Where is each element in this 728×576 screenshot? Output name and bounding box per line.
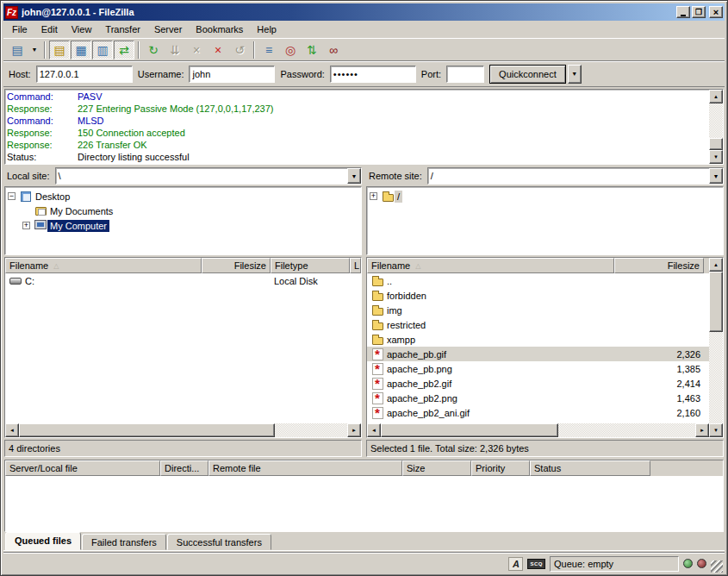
file-row[interactable]: ..: [367, 273, 709, 288]
file-row[interactable]: xampp: [367, 332, 709, 347]
column-header-filename[interactable]: Filename△: [5, 258, 202, 273]
menu-transfer[interactable]: Transfer: [98, 22, 147, 36]
scroll-up-button[interactable]: ▲: [709, 258, 723, 272]
local-hscrollbar[interactable]: ◄ ►: [5, 423, 361, 437]
file-row[interactable]: *apache_pb.png1,385: [367, 361, 709, 376]
speed-limits-icon[interactable]: SCQ: [527, 559, 545, 569]
password-input[interactable]: [330, 66, 416, 83]
host-input[interactable]: [36, 66, 133, 83]
scroll-down-button[interactable]: ▼: [709, 423, 723, 437]
scroll-track[interactable]: [275, 423, 347, 437]
file-row[interactable]: restricted: [367, 317, 709, 332]
column-header-serverlocalfile[interactable]: Server/Local file: [5, 460, 160, 476]
log-scrollbar[interactable]: ▲ ▼: [709, 90, 723, 164]
column-header-filetype[interactable]: Filetype: [271, 258, 350, 273]
disconnect-icon: ×: [215, 44, 221, 56]
menubar: FileEditViewTransferServerBookmarksHelp: [3, 21, 725, 38]
toggle-message-log-button[interactable]: ▤: [49, 41, 70, 59]
local-site-dropdown-button[interactable]: ▼: [347, 168, 361, 184]
scroll-down-button[interactable]: ▼: [709, 150, 723, 164]
column-header-remotefile[interactable]: Remote file: [208, 460, 402, 476]
username-input[interactable]: [189, 66, 275, 83]
scroll-thumb[interactable]: [19, 423, 275, 437]
scroll-thumb[interactable]: [381, 423, 558, 437]
log-line-label: Response:: [7, 127, 78, 139]
titlebar[interactable]: Fz john@127.0.0.1 - FileZilla ❐ ×: [3, 3, 725, 21]
menu-edit[interactable]: Edit: [34, 22, 65, 36]
menu-view[interactable]: View: [65, 22, 99, 36]
minimize-button[interactable]: [676, 6, 690, 18]
file-row[interactable]: *apache_pb.gif2,326: [367, 347, 709, 361]
remote-site-combo[interactable]: / ▼: [427, 167, 724, 185]
tab-failed-transfers[interactable]: Failed transfers: [82, 534, 166, 550]
scroll-thumb[interactable]: [709, 138, 723, 150]
local-site-combo[interactable]: \ ▼: [55, 167, 362, 185]
scroll-track[interactable]: [709, 272, 723, 423]
tree-item[interactable]: +/: [367, 189, 723, 203]
port-input[interactable]: [446, 66, 484, 83]
column-header-filesize[interactable]: Filesize: [202, 258, 271, 273]
menu-file[interactable]: File: [5, 22, 34, 36]
tree-item[interactable]: −Desktop: [5, 189, 361, 203]
directory-comparison-button[interactable]: ◎: [280, 41, 301, 59]
column-header-filename[interactable]: Filename△: [367, 258, 614, 273]
file-row[interactable]: *apache_pb2.gif2,414: [367, 376, 709, 391]
scroll-up-button[interactable]: ▲: [709, 90, 723, 103]
scroll-right-button[interactable]: ►: [695, 423, 709, 437]
remote-site-dropdown-button[interactable]: ▼: [709, 168, 723, 184]
refresh-button[interactable]: ↻: [143, 41, 164, 59]
menu-server[interactable]: Server: [147, 22, 189, 36]
scroll-thumb[interactable]: [709, 272, 723, 332]
expand-icon[interactable]: +: [370, 192, 377, 200]
column-label: Filesize: [668, 260, 700, 271]
arrow-up-icon: ▲: [713, 262, 719, 267]
reconnect-icon: ↺: [234, 44, 245, 56]
close-button[interactable]: ×: [709, 6, 723, 18]
tree-item[interactable]: +My Computer: [5, 218, 361, 233]
column-header-directi[interactable]: Directi...: [160, 460, 208, 476]
file-row[interactable]: img: [367, 303, 709, 317]
menu-bookmarks[interactable]: Bookmarks: [189, 22, 250, 36]
column-header-size[interactable]: Size: [402, 460, 471, 476]
tab-successful-transfers[interactable]: Successful transfers: [167, 534, 271, 550]
scroll-left-button[interactable]: ◄: [5, 423, 19, 437]
remote-hscrollbar[interactable]: ◄ ►: [367, 423, 709, 437]
data-type-indicator[interactable]: A: [508, 557, 523, 571]
collapse-icon[interactable]: −: [8, 192, 16, 200]
toggle-remote-tree-button[interactable]: ▥: [92, 41, 113, 59]
column-header-l[interactable]: L: [350, 258, 361, 273]
site-manager-button[interactable]: ▤: [7, 41, 28, 59]
tree-item[interactable]: My Documents: [5, 203, 361, 218]
expand-icon[interactable]: +: [22, 222, 30, 229]
disconnect-button[interactable]: ×: [208, 41, 228, 59]
site-manager-dropdown-button[interactable]: ▼: [28, 41, 40, 59]
column-header-filesize[interactable]: Filesize: [614, 258, 704, 273]
toggle-local-tree-icon: ▦: [75, 44, 86, 56]
file-row[interactable]: forbidden: [367, 288, 709, 303]
sort-asc-icon: △: [415, 262, 420, 270]
column-header-status[interactable]: Status: [530, 460, 650, 476]
remote-vscrollbar[interactable]: ▲ ▼: [709, 258, 723, 437]
maximize-button[interactable]: ❐: [692, 6, 706, 18]
resize-grip[interactable]: [711, 560, 723, 573]
scroll-left-button[interactable]: ◄: [367, 423, 381, 437]
toggle-queue-button[interactable]: ⇄: [114, 41, 134, 59]
scroll-right-button[interactable]: ►: [347, 423, 361, 437]
synchronized-browsing-button[interactable]: ⇅: [302, 41, 322, 59]
menu-help[interactable]: Help: [250, 22, 283, 36]
quickconnect-button[interactable]: Quickconnect: [489, 65, 566, 84]
scroll-track[interactable]: [558, 423, 695, 437]
tab-queued-files[interactable]: Queued files: [5, 532, 81, 550]
file-row[interactable]: *apache_pb2_ani.gif2,160: [367, 405, 709, 420]
find-files-button[interactable]: ∞: [323, 41, 344, 59]
file-row[interactable]: C:Local Disk: [5, 273, 361, 288]
open-folder-icon: [381, 190, 395, 203]
folder-icon: [370, 318, 384, 332]
filter-button[interactable]: ≡: [258, 41, 279, 59]
quickconnect-dropdown-button[interactable]: ▼: [568, 65, 582, 84]
filename-cell: *apache_pb.png: [367, 362, 614, 376]
toggle-local-tree-button[interactable]: ▦: [71, 41, 91, 59]
file-row[interactable]: *apache_pb2.png1,463: [367, 391, 709, 405]
column-header-priority[interactable]: Priority: [471, 460, 530, 476]
scroll-track[interactable]: [709, 103, 723, 150]
